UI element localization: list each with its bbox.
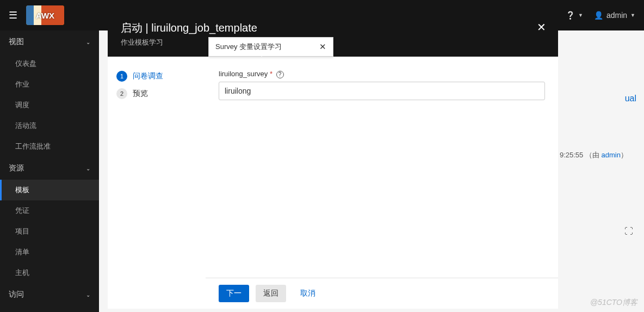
logo: AWX <box>26 5 64 25</box>
sidebar: 视图⌄ 仪表盘 作业 调度 活动流 工作流批准 资源⌄ 模板 凭证 项目 清单 … <box>0 30 99 312</box>
step-label: 问卷调查 <box>133 71 163 81</box>
help-icon[interactable]: ? <box>276 71 284 78</box>
step-survey[interactable]: 1 问卷调查 <box>114 68 199 85</box>
sidebar-item-credentials[interactable]: 凭证 <box>0 200 99 221</box>
user-label: admin <box>606 11 627 20</box>
user-icon: 👤 <box>594 11 603 20</box>
bg-link[interactable]: ual <box>625 94 636 103</box>
chevron-down-icon: ▼ <box>578 13 583 18</box>
modal-body: 1 问卷调查 2 预览 Survey 变量设置学习 ✕ liruilong_su… <box>108 57 558 309</box>
help-menu[interactable]: ❔▼ <box>566 11 583 20</box>
tooltip-survey-help: Survey 变量设置学习 ✕ <box>208 37 333 57</box>
close-icon[interactable]: ✕ <box>319 42 326 52</box>
modal-title: 启动 | liruilong_job_template <box>121 21 545 35</box>
sidebar-item-jobs[interactable]: 作业 <box>0 74 99 95</box>
sidebar-section-access[interactable]: 访问⌄ <box>0 283 99 306</box>
meta-user-link[interactable]: admin <box>602 151 621 159</box>
step-badge: 2 <box>116 88 127 99</box>
help-icon: ❔ <box>566 11 575 20</box>
close-icon[interactable]: ✕ <box>537 21 546 34</box>
survey-input[interactable] <box>219 82 545 100</box>
expand-icon[interactable]: ⛶ <box>624 227 633 236</box>
wizard-steps: 1 问卷调查 2 预览 <box>108 57 206 309</box>
sidebar-section-resource[interactable]: 资源⌄ <box>0 157 99 180</box>
chevron-down-icon: ⌄ <box>86 39 90 45</box>
user-menu[interactable]: 👤admin▼ <box>594 11 635 20</box>
step-badge: 1 <box>116 71 127 82</box>
step-label: 预览 <box>133 89 148 99</box>
sidebar-item-hosts[interactable]: 主机 <box>0 262 99 283</box>
sidebar-item-inventories[interactable]: 清单 <box>0 242 99 262</box>
chevron-down-icon: ▼ <box>630 13 635 18</box>
sidebar-item-templates[interactable]: 模板 <box>0 180 99 200</box>
sidebar-item-activity[interactable]: 活动流 <box>0 115 99 136</box>
chevron-down-icon: ⌄ <box>86 166 90 172</box>
meta-time: 9:25:55 （由 admin） <box>560 150 628 160</box>
menu-toggle-icon[interactable]: ☰ <box>9 9 17 21</box>
next-button[interactable]: 下一 <box>219 285 249 302</box>
sidebar-item-dashboard[interactable]: 仪表盘 <box>0 53 99 74</box>
step-preview[interactable]: 2 预览 <box>114 85 199 102</box>
watermark: @51CTO博客 <box>590 298 637 308</box>
field-label: liruilong_survey * ? <box>219 70 545 78</box>
modal-footer: 下一 返回 取消 <box>206 278 558 309</box>
back-button[interactable]: 返回 <box>256 285 286 302</box>
chevron-down-icon: ⌄ <box>86 292 90 298</box>
sidebar-item-workflowapproval[interactable]: 工作流批准 <box>0 136 99 157</box>
cancel-button[interactable]: 取消 <box>293 285 323 302</box>
sidebar-section-view[interactable]: 视图⌄ <box>0 30 99 53</box>
sidebar-item-schedule[interactable]: 调度 <box>0 95 99 115</box>
sidebar-item-orgs[interactable]: 机构 <box>0 306 99 312</box>
tooltip-text: Survey 变量设置学习 <box>215 42 282 52</box>
sidebar-item-projects[interactable]: 项目 <box>0 221 99 242</box>
